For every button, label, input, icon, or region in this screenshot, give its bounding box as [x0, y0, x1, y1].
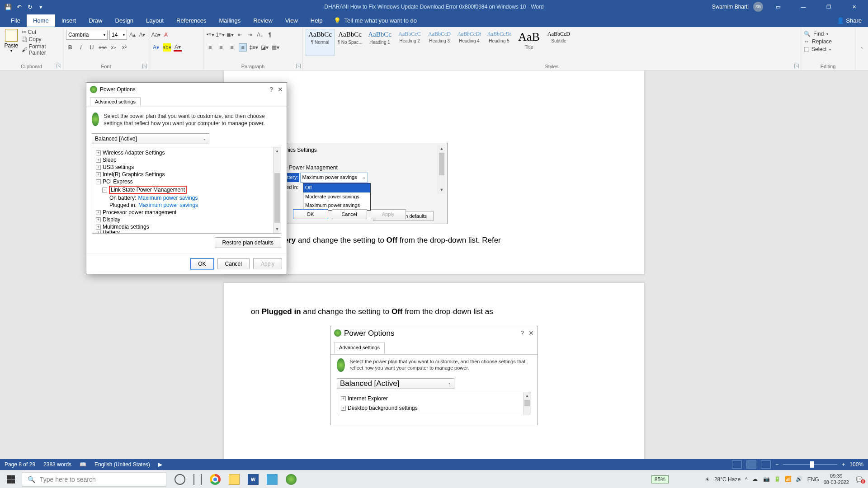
tab-design[interactable]: Design — [109, 14, 140, 27]
ribbon-display-icon[interactable]: ▭ — [768, 0, 788, 14]
sort-icon[interactable]: A↓ — [256, 31, 264, 39]
collapse-ribbon-icon[interactable]: ^ — [855, 46, 868, 52]
chrome-icon[interactable] — [210, 474, 221, 485]
find-button[interactable]: 🔍Find▾ — [804, 31, 852, 37]
clock[interactable]: 09:39 08-03-2022 — [824, 473, 849, 485]
tree-item[interactable]: +Battery — [94, 230, 279, 234]
subscript-button[interactable]: x₂ — [109, 43, 118, 52]
expand-icon[interactable]: − — [102, 188, 107, 192]
styles-dialog-launcher[interactable]: ↘ — [794, 64, 799, 68]
battery-icon[interactable]: 🔋 — [774, 476, 781, 483]
expand-icon[interactable]: − — [96, 179, 101, 184]
copy-button[interactable]: ⿻Copy — [22, 36, 60, 42]
expand-icon[interactable]: + — [96, 210, 101, 215]
expand-icon[interactable]: + — [96, 150, 101, 155]
power-plan-select[interactable]: Balanced [Active] ⌄ — [92, 133, 209, 144]
tree-item[interactable]: +USB settings — [94, 164, 279, 171]
align-center-icon[interactable]: ≡ — [217, 43, 225, 52]
align-left-icon[interactable]: ≡ — [206, 43, 214, 52]
tab-mailings[interactable]: Mailings — [213, 14, 247, 27]
expand-icon[interactable]: + — [96, 172, 101, 177]
tab-review[interactable]: Review — [247, 14, 279, 27]
zoom-in-button[interactable]: + — [842, 461, 845, 468]
strikethrough-button[interactable]: abc — [99, 43, 107, 52]
style-heading1[interactable]: AaBbCcHeading 1 — [365, 29, 394, 56]
style-heading5[interactable]: AaBbCcDtHeading 5 — [485, 29, 514, 56]
inc-indent-icon[interactable]: ⇥ — [246, 31, 254, 39]
scroll-up-icon[interactable]: ▲ — [274, 147, 281, 155]
expand-icon[interactable]: + — [96, 158, 101, 163]
web-layout-icon[interactable] — [761, 460, 771, 469]
select-button[interactable]: ⬚Select▾ — [804, 46, 852, 52]
dec-indent-icon[interactable]: ⇤ — [236, 31, 244, 39]
styles-gallery[interactable]: AaBbCc¶ NormalAaBbCc¶ No Spac...AaBbCcHe… — [306, 29, 798, 56]
expand-icon[interactable]: + — [96, 230, 101, 234]
paragraph-dialog-launcher[interactable]: ↘ — [296, 64, 301, 68]
meet-now-icon[interactable]: 📷 — [763, 476, 770, 483]
tab-draw[interactable]: Draw — [82, 14, 108, 27]
tree-item[interactable]: +Wireless Adapter Settings — [94, 149, 279, 156]
unknown-app-icon[interactable] — [267, 474, 278, 485]
cancel-button[interactable]: Cancel — [217, 258, 250, 269]
language-indicator[interactable]: ENG — [807, 476, 819, 483]
qat-more-icon[interactable]: ▾ — [37, 3, 44, 10]
bold-button[interactable]: B — [66, 43, 74, 52]
multilevel-icon[interactable]: ≣▾ — [226, 31, 234, 39]
style-subtitle[interactable]: AaBbCcDSubtitle — [544, 29, 573, 56]
task-view-icon[interactable] — [193, 474, 202, 485]
taskbar-search[interactable]: 🔍 Type here to search — [22, 472, 166, 487]
expand-icon[interactable]: + — [96, 225, 101, 230]
shrink-font-icon[interactable]: A▾ — [138, 31, 146, 39]
tab-file[interactable]: File — [5, 14, 27, 27]
minimize-button[interactable]: — — [793, 0, 814, 14]
scroll-down-icon[interactable]: ▼ — [274, 225, 281, 233]
tab-home[interactable]: Home — [27, 14, 55, 27]
ok-button[interactable]: OK — [190, 258, 213, 269]
tab-layout[interactable]: Layout — [140, 14, 170, 27]
tree-item[interactable]: +Processor power management — [94, 209, 279, 216]
shading-icon[interactable]: ◪▾ — [260, 43, 269, 52]
style-heading2[interactable]: AaBbCcCHeading 2 — [395, 29, 424, 56]
undo-icon[interactable]: ↶ — [15, 3, 23, 10]
font-dialog-launcher[interactable]: ↘ — [142, 64, 147, 68]
style-heading4[interactable]: AaBbCcDtHeading 4 — [455, 29, 484, 56]
paste-button[interactable]: Paste ▾ — [3, 29, 20, 56]
wifi-icon[interactable]: 📶 — [785, 476, 792, 483]
macro-icon[interactable]: ▶ — [158, 461, 162, 468]
dialog-titlebar[interactable]: Power Options ? ✕ — [86, 83, 287, 96]
zoom-slider[interactable] — [783, 464, 837, 465]
start-button[interactable] — [0, 470, 22, 488]
style-normal[interactable]: AaBbCc¶ Normal — [306, 29, 335, 56]
cortana-icon[interactable] — [175, 474, 185, 485]
tab-help[interactable]: Help — [304, 14, 329, 27]
tree-item[interactable]: +Multimedia settings — [94, 223, 279, 230]
tab-references[interactable]: References — [170, 14, 212, 27]
font-color-icon[interactable]: A▾ — [174, 43, 182, 52]
replace-button[interactable]: ↔Replace — [804, 38, 852, 45]
battery-widget[interactable]: 85% — [651, 475, 669, 483]
onedrive-icon[interactable]: ☁ — [752, 476, 760, 483]
clear-format-icon[interactable]: A̸ — [162, 31, 170, 39]
italic-button[interactable]: I — [77, 43, 85, 52]
power-options-icon[interactable] — [286, 474, 297, 485]
borders-icon[interactable]: ▦▾ — [271, 43, 279, 52]
zoom-percent[interactable]: 100% — [849, 461, 863, 468]
style-title[interactable]: AaBTitle — [514, 29, 543, 56]
clipboard-dialog-launcher[interactable]: ↘ — [57, 64, 61, 68]
read-mode-icon[interactable] — [732, 460, 742, 469]
tree-scrollbar[interactable]: ▲ ▼ — [273, 147, 281, 233]
tree-item[interactable]: −Link State Power Management — [94, 185, 279, 194]
tree-item[interactable]: +Intel(R) Graphics Settings — [94, 171, 279, 178]
bullets-icon[interactable]: •≡▾ — [206, 31, 214, 39]
underline-button[interactable]: U — [88, 43, 96, 52]
word-count[interactable]: 2383 words — [43, 461, 71, 468]
superscript-button[interactable]: x² — [120, 43, 128, 52]
word-icon[interactable]: W — [248, 474, 259, 485]
close-button[interactable]: ✕ — [844, 0, 864, 14]
style-nospac[interactable]: AaBbCc¶ No Spac... — [335, 29, 364, 56]
user-name[interactable]: Swarnim Bharti — [712, 4, 749, 10]
restore-defaults-button[interactable]: Restore plan defaults — [215, 237, 281, 248]
weather-text[interactable]: 28°C Haze — [714, 476, 741, 483]
maximize-button[interactable]: ❐ — [818, 0, 839, 14]
justify-icon[interactable]: ≡ — [239, 43, 247, 52]
